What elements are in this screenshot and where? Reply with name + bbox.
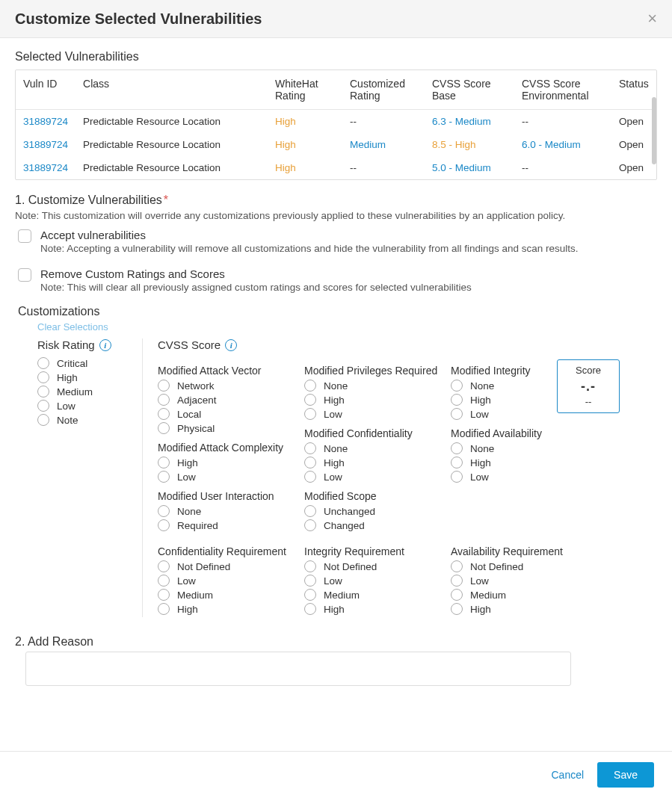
radio-label: Low [324, 575, 342, 587]
risk-rating-note[interactable]: Note [37, 414, 127, 426]
modified-attack-vector-adjacent[interactable]: Adjacent [158, 394, 292, 406]
radio-label: Medium [324, 590, 360, 601]
modified-availability-title: Modified Availability [451, 427, 585, 439]
reason-input[interactable] [25, 652, 571, 686]
modified-attack-complexity-high[interactable]: High [158, 457, 292, 468]
accept-vulns-label: Accept vulnerabilities [40, 229, 657, 241]
modified-availability-none[interactable]: None [451, 442, 585, 454]
cell-class: Predictable Resource Location [75, 110, 268, 134]
modified-privileges-required-title: Modified Privileges Required [304, 365, 439, 377]
radio-label: High [470, 457, 491, 468]
cell-cvss-base[interactable]: 5.0 - Medium [432, 162, 491, 173]
confidentiality-requirement-high[interactable]: High [158, 603, 292, 615]
integrity-requirement-title: Integrity Requirement [304, 545, 439, 557]
modified-user-interaction-none[interactable]: None [158, 505, 292, 517]
radio-label: Low [324, 409, 342, 420]
radio-label: Network [177, 380, 215, 392]
availability-requirement-not-defined[interactable]: Not Defined [451, 560, 585, 572]
save-button[interactable]: Save [597, 762, 654, 788]
confidentiality-requirement-not-defined[interactable]: Not Defined [158, 560, 292, 572]
scrollbar-thumb[interactable] [652, 97, 656, 164]
radio-label: None [177, 506, 201, 517]
radio-icon [304, 457, 316, 468]
vuln-id-link[interactable]: 31889724 [23, 116, 68, 127]
confidentiality-requirement-medium[interactable]: Medium [158, 589, 292, 601]
accept-vulns-checkbox[interactable] [18, 229, 31, 243]
cell-cvss-env[interactable]: 6.0 - Medium [522, 139, 581, 150]
risk-rating-high[interactable]: High [37, 371, 127, 383]
integrity-requirement-not-defined[interactable]: Not Defined [304, 560, 439, 572]
confidentiality-requirement-low[interactable]: Low [158, 575, 292, 587]
radio-icon [158, 471, 170, 483]
radio-icon [451, 603, 463, 615]
cell-cvss-env: -- [522, 116, 528, 127]
modified-attack-complexity-low[interactable]: Low [158, 471, 292, 483]
radio-icon [158, 422, 170, 434]
risk-rating-critical[interactable]: Critical [37, 357, 127, 369]
modified-confidentiality-title: Modified Confidentiality [304, 427, 439, 439]
radio-icon [158, 457, 170, 468]
info-icon[interactable]: i [225, 339, 237, 351]
risk-rating-medium[interactable]: Medium [37, 386, 127, 398]
cell-customized-rating[interactable]: Medium [350, 139, 386, 150]
col-customized-rating: Customized Rating [342, 70, 425, 110]
radio-icon [37, 386, 49, 398]
modified-scope-unchanged[interactable]: Unchanged [304, 505, 439, 517]
radio-label: None [470, 380, 494, 392]
col-whitehat-rating: WhiteHat Rating [268, 70, 342, 110]
modified-confidentiality-high[interactable]: High [304, 457, 439, 468]
info-icon[interactable]: i [99, 339, 111, 351]
integrity-requirement-medium[interactable]: Medium [304, 589, 439, 601]
modified-attack-vector-physical[interactable]: Physical [158, 422, 292, 434]
availability-requirement-low[interactable]: Low [451, 575, 585, 587]
cell-cvss-base[interactable]: 6.3 - Medium [432, 116, 491, 127]
modified-privileges-required-low[interactable]: Low [304, 408, 439, 420]
vuln-table: Vuln ID Class WhiteHat Rating Customized… [15, 69, 657, 180]
step1-title: 1. Customize Vulnerabilities* [15, 194, 657, 207]
radio-label: Low [57, 400, 75, 412]
cancel-button[interactable]: Cancel [551, 769, 584, 781]
modified-user-interaction-required[interactable]: Required [158, 519, 292, 531]
vuln-id-link[interactable]: 31889724 [23, 139, 68, 150]
cell-class: Predictable Resource Location [75, 156, 268, 179]
risk-rating-low[interactable]: Low [37, 400, 127, 412]
radio-icon [37, 414, 49, 426]
modified-scope-changed[interactable]: Changed [304, 519, 439, 531]
modified-attack-complexity-title: Modified Attack Complexity [158, 442, 292, 454]
radio-label: Medium [177, 590, 213, 601]
modified-attack-vector-network[interactable]: Network [158, 380, 292, 392]
radio-icon [451, 589, 463, 601]
radio-label: Unchanged [324, 506, 375, 517]
radio-label: Medium [57, 386, 93, 398]
radio-label: High [57, 372, 78, 383]
remove-ratings-checkbox[interactable] [18, 268, 31, 282]
availability-requirement-high[interactable]: High [451, 603, 585, 615]
radio-label: Low [177, 471, 196, 483]
required-indicator: * [164, 194, 168, 206]
radio-icon [451, 471, 463, 483]
col-class: Class [75, 70, 268, 110]
availability-requirement-medium[interactable]: Medium [451, 589, 585, 601]
modified-confidentiality-low[interactable]: Low [304, 471, 439, 483]
radio-icon [304, 519, 316, 531]
close-icon[interactable]: × [647, 9, 657, 28]
modified-availability-low[interactable]: Low [451, 471, 585, 483]
radio-icon [451, 442, 463, 454]
modified-attack-vector-local[interactable]: Local [158, 408, 292, 420]
cell-status: Open [611, 110, 656, 134]
modified-confidentiality-none[interactable]: None [304, 442, 439, 454]
cell-cvss-base[interactable]: 8.5 - High [432, 139, 476, 150]
radio-icon [304, 560, 316, 572]
vuln-id-link[interactable]: 31889724 [23, 162, 68, 173]
modified-privileges-required-none[interactable]: None [304, 380, 439, 392]
integrity-requirement-low[interactable]: Low [304, 575, 439, 587]
risk-rating-title: Risk Rating [37, 338, 95, 351]
radio-label: Low [470, 575, 489, 587]
radio-icon [158, 380, 170, 392]
clear-selections-link[interactable]: Clear Selections [37, 321, 657, 332]
modified-privileges-required-high[interactable]: High [304, 394, 439, 406]
radio-icon [451, 408, 463, 420]
radio-icon [158, 575, 170, 587]
modified-availability-high[interactable]: High [451, 457, 585, 468]
integrity-requirement-high[interactable]: High [304, 603, 439, 615]
